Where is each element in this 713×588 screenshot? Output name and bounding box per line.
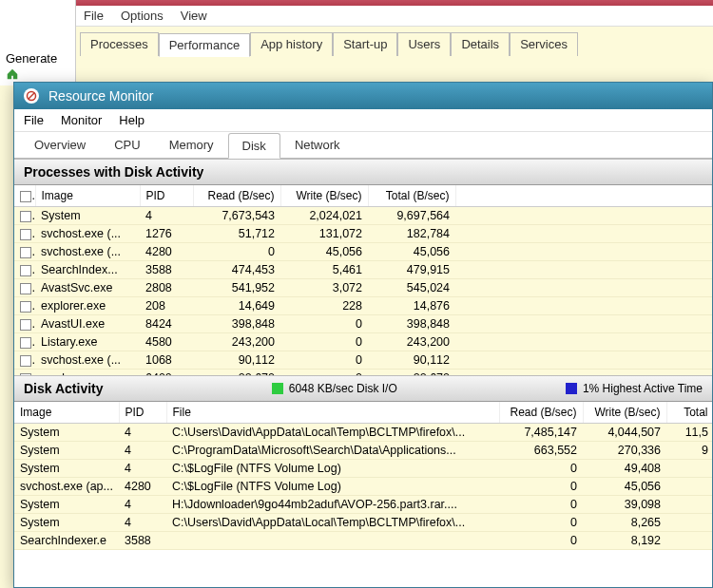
tm-tab-apphistory[interactable]: App history [250, 32, 333, 56]
tm-menu-options[interactable]: Options [121, 9, 164, 23]
table-row[interactable]: System4C:\Users\David\AppData\Local\Temp… [14, 514, 712, 532]
tm-tab-services[interactable]: Services [510, 32, 578, 56]
row-checkbox[interactable] [20, 211, 31, 222]
cell-total: 182,784 [368, 225, 455, 243]
cell-image: System [14, 424, 119, 442]
resmon-tab-overview[interactable]: Overview [20, 132, 100, 158]
table-row[interactable]: System4C:\$LogFile (NTFS Volume Log)049,… [14, 460, 712, 478]
proc-col-pid[interactable]: PID [140, 185, 193, 207]
proc-table-container: Image PID Read (B/sec) Write (B/sec) Tot… [14, 185, 712, 375]
checkbox-icon[interactable] [20, 191, 31, 202]
cell-write: 228 [280, 297, 368, 315]
tm-menu-view[interactable]: View [181, 9, 207, 23]
cell-total: 9,697,564 [368, 207, 455, 225]
proc-col-image[interactable]: Image [35, 185, 140, 207]
disk-col-total[interactable]: Total [666, 402, 712, 424]
proc-section-header[interactable]: Processes with Disk Activity [14, 159, 712, 185]
cell-pid: 1276 [140, 225, 193, 243]
tm-tab-users[interactable]: Users [397, 32, 451, 56]
row-checkbox[interactable] [20, 247, 31, 258]
cell-read: 474,453 [193, 261, 280, 279]
proc-col-write[interactable]: Write (B/sec) [280, 185, 368, 207]
table-row[interactable]: SearchIndex...3588474,4535,461479,915 [14, 261, 712, 279]
tm-tab-processes[interactable]: Processes [80, 32, 159, 56]
disk-col-file[interactable]: File [166, 402, 499, 424]
cell-image: explorer.exe [35, 297, 140, 315]
table-row[interactable]: System47,673,5432,024,0219,697,564 [14, 207, 712, 225]
cell-write: 270,336 [583, 442, 666, 460]
table-row[interactable]: AvastSvc.exe2808541,9523,072545,024 [14, 279, 712, 297]
table-row[interactable]: svchost.exe (...4280045,05645,056 [14, 243, 712, 261]
row-checkbox[interactable] [20, 229, 31, 240]
cell-image: System [35, 207, 140, 225]
resmon-menubar: File Monitor Help [14, 109, 712, 132]
table-row[interactable]: System4H:\Jdownloader\9go44mb2aduf\AVOP-… [14, 496, 712, 514]
cell-image: svchost.exe (ap... [14, 478, 119, 496]
table-row[interactable]: AvastUI.exe8424398,8480398,848 [14, 315, 712, 333]
tm-tab-startup[interactable]: Start-up [333, 32, 397, 56]
cell-write: 4,044,507 [583, 424, 666, 442]
cell-pid: 4280 [119, 478, 166, 496]
row-checkbox[interactable] [20, 283, 31, 294]
table-row[interactable]: svchost.exe (...106890,112090,112 [14, 351, 712, 370]
disk-col-pid[interactable]: PID [119, 402, 166, 424]
cell-image: svchost.exe (... [35, 225, 140, 243]
proc-header-check[interactable] [14, 185, 35, 207]
row-checkbox[interactable] [20, 337, 31, 349]
bg-sidebar: Generate [0, 0, 76, 85]
cell-image: AvastUI.exe [35, 315, 140, 333]
table-row[interactable]: explorer.exe20814,64922814,876 [14, 297, 712, 315]
table-row[interactable]: System4C:\Users\David\AppData\Local\Temp… [14, 424, 712, 442]
table-row[interactable]: Listary.exe4580243,2000243,200 [14, 333, 712, 351]
resmon-title: Resource Monitor [48, 88, 154, 104]
cell-write: 131,072 [280, 225, 368, 243]
resmon-tab-memory[interactable]: Memory [155, 132, 228, 158]
proc-col-read[interactable]: Read (B/sec) [193, 185, 280, 207]
cell-file: C:\Users\David\AppData\Local\Temp\BCLTMP… [166, 424, 499, 442]
resmon-titlebar[interactable]: Resource Monitor [14, 83, 712, 109]
row-checkbox[interactable] [20, 265, 31, 276]
tm-tab-performance[interactable]: Performance [159, 33, 250, 57]
generate-button[interactable]: Generate [0, 47, 75, 85]
resmon-tabs: Overview CPU Memory Disk Network [14, 132, 712, 159]
cell-image: System [14, 514, 119, 532]
resmon-menu-file[interactable]: File [24, 113, 44, 127]
cell-write: 8,192 [583, 532, 666, 550]
resmon-tab-network[interactable]: Network [280, 132, 355, 158]
row-checkbox[interactable] [20, 301, 31, 313]
cell-total: 9 [666, 442, 712, 460]
tm-menu-file[interactable]: File [84, 9, 104, 23]
cell-read: 7,485,147 [499, 424, 583, 442]
cell-image: SearchIndexer.e [14, 532, 119, 550]
cell-write: 49,408 [583, 460, 666, 478]
cell-pid: 3588 [140, 261, 193, 279]
cell-read: 14,649 [193, 297, 280, 315]
svg-line-1 [29, 93, 34, 99]
cell-write: 2,024,021 [280, 207, 368, 225]
cell-read: 0 [499, 460, 583, 478]
cell-read: 243,200 [193, 333, 280, 351]
cell-write: 45,056 [583, 478, 666, 496]
table-row[interactable]: svchost.exe (...127651,712131,072182,784 [14, 225, 712, 243]
resmon-menu-help[interactable]: Help [119, 113, 145, 127]
table-row[interactable]: SearchIndexer.e358808,192 [14, 532, 712, 550]
row-checkbox[interactable] [20, 319, 31, 331]
disk-col-image[interactable]: Image [14, 402, 119, 424]
proc-section-title: Processes with Disk Activity [24, 164, 203, 180]
cell-image: System [14, 460, 119, 478]
cell-file: H:\Jdownloader\9go44mb2aduf\AVOP-256.par… [166, 496, 499, 514]
resmon-tab-disk[interactable]: Disk [228, 133, 280, 159]
proc-col-fill [455, 185, 712, 207]
disk-col-read[interactable]: Read (B/sec) [499, 402, 583, 424]
task-manager-tabs: Processes Performance App history Start-… [76, 27, 713, 56]
proc-col-total[interactable]: Total (B/sec) [368, 185, 455, 207]
resmon-menu-monitor[interactable]: Monitor [61, 113, 102, 127]
resmon-tab-cpu[interactable]: CPU [100, 132, 154, 158]
disk-col-write[interactable]: Write (B/sec) [583, 402, 666, 424]
table-row[interactable]: svchost.exe (ap...4280C:\$LogFile (NTFS … [14, 478, 712, 496]
proc-header-row: Image PID Read (B/sec) Write (B/sec) Tot… [14, 185, 712, 207]
table-row[interactable]: System4C:\ProgramData\Microsoft\Search\D… [14, 442, 712, 460]
disk-section-header[interactable]: Disk Activity 6048 KB/sec Disk I/O 1% Hi… [14, 375, 712, 402]
tm-tab-details[interactable]: Details [451, 32, 510, 56]
row-checkbox[interactable] [20, 355, 31, 367]
